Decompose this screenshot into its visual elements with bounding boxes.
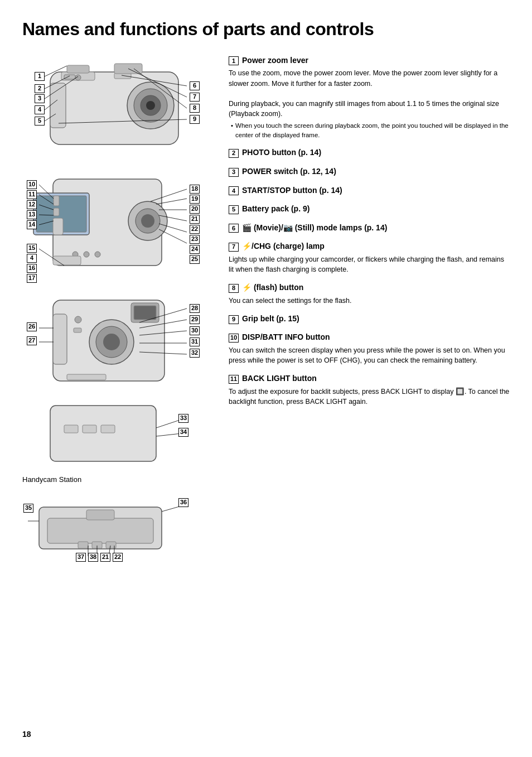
svg-rect-66	[101, 425, 115, 433]
label-28: 28	[190, 304, 200, 313]
svg-line-68	[156, 433, 181, 436]
label-32: 32	[190, 349, 200, 358]
section-title-4: START/STOP button (p. 14)	[242, 185, 342, 196]
section-title-7: ⚡/CHG (charge) lamp	[242, 241, 325, 252]
label-23: 23	[190, 235, 200, 244]
svg-line-45	[159, 229, 187, 243]
section-num-9: 9	[229, 315, 239, 324]
label-15: 15	[27, 244, 37, 253]
label-22: 22	[190, 225, 200, 234]
section-title-9: Grip belt (p. 15)	[242, 314, 299, 325]
label-16: 16	[27, 264, 37, 273]
section-6: 6 🎬 (Movie)/📷 (Still) mode lamps (p. 14)	[229, 223, 510, 234]
svg-rect-54	[74, 328, 81, 332]
label-24: 24	[190, 245, 200, 254]
label-4b: 4	[27, 254, 37, 263]
label-9: 9	[190, 115, 200, 124]
descriptions-column: 1 Power zoom lever To use the zoom, move…	[229, 55, 510, 565]
svg-rect-6	[67, 65, 89, 73]
section-8: 8 ⚡ (flash) button You can select the se…	[229, 282, 510, 306]
svg-point-53	[75, 316, 81, 323]
label-21: 21	[190, 215, 200, 224]
diagram-3: 26 27 28 29 30 31 32	[22, 292, 201, 392]
svg-rect-65	[83, 425, 96, 433]
diagrams-column: 1 2 3 4 5 6 7 8 9	[22, 55, 212, 565]
label-26: 26	[27, 322, 37, 331]
station-diagram: 35 36 37 38 21 22	[22, 490, 190, 563]
section-11: 11 BACK LIGHT button To adjust the expos…	[229, 373, 510, 407]
svg-point-52	[103, 334, 120, 350]
label-27: 27	[27, 336, 37, 345]
label-29: 29	[190, 315, 200, 324]
label-22b: 22	[113, 553, 123, 562]
section-2: 2 PHOTO button (p. 14)	[229, 147, 510, 158]
section-num-5: 5	[229, 205, 239, 214]
page-number: 18	[22, 729, 31, 740]
section-title-1: Power zoom lever	[242, 55, 308, 66]
section-title-11: BACK LIGHT button	[242, 373, 317, 384]
svg-rect-63	[50, 406, 156, 461]
svg-rect-28	[53, 256, 81, 265]
label-30: 30	[190, 326, 200, 335]
section-5: 5 Battery pack (p. 9)	[229, 204, 510, 215]
svg-rect-29	[54, 196, 59, 206]
label-37: 37	[76, 553, 86, 562]
label-8: 8	[190, 104, 200, 113]
label-6: 6	[190, 81, 200, 90]
label-18: 18	[190, 185, 200, 194]
svg-point-4	[146, 101, 155, 110]
label-33: 33	[178, 414, 188, 423]
label-21b: 21	[100, 553, 110, 562]
section-num-6: 6	[229, 224, 239, 233]
svg-rect-71	[78, 542, 88, 548]
section-title-8: ⚡ (flash) button	[242, 282, 303, 293]
svg-rect-24	[53, 218, 63, 235]
section-1: 1 Power zoom lever To use the zoom, move…	[229, 55, 510, 140]
svg-rect-30	[54, 208, 59, 216]
section-body-1: To use the zoom, move the power zoom lev…	[229, 68, 510, 139]
section-num-7: 7	[229, 243, 239, 252]
section-title-5: Battery pack (p. 9)	[242, 204, 309, 215]
section-title-3: POWER switch (p. 12, 14)	[242, 166, 336, 177]
section-title-10: DISP/BATT INFO button	[242, 332, 330, 343]
section-num-10: 10	[229, 334, 239, 343]
svg-rect-74	[86, 510, 114, 520]
label-4: 4	[35, 105, 45, 114]
diagram-4: 33 34	[22, 394, 190, 472]
label-2: 2	[35, 84, 45, 93]
section-9: 9 Grip belt (p. 15)	[229, 314, 510, 325]
svg-rect-47	[53, 314, 67, 364]
label-35: 35	[23, 504, 33, 513]
section-num-8: 8	[229, 284, 239, 293]
section-body-8: You can select the settings for the flas…	[229, 296, 510, 306]
label-11: 11	[27, 190, 37, 199]
svg-point-26	[84, 252, 89, 257]
diagram-2: 10 11 12 13 14 15 4 16 17 18 19 20 21 22…	[22, 168, 201, 285]
svg-rect-7	[64, 75, 75, 79]
label-31: 31	[190, 337, 200, 346]
svg-line-67	[156, 420, 181, 428]
section-4: 4 START/STOP button (p. 14)	[229, 185, 510, 196]
label-17: 17	[27, 274, 37, 283]
svg-rect-49	[134, 306, 156, 320]
section-num-3: 3	[229, 168, 239, 177]
label-25: 25	[190, 255, 200, 264]
section-body-7: Lights up while charging your camcorder,…	[229, 254, 510, 274]
section-7: 7 ⚡/CHG (charge) lamp Lights up while ch…	[229, 241, 510, 274]
label-7: 7	[190, 93, 200, 102]
page-title: Names and functions of parts and control…	[22, 17, 510, 42]
label-36: 36	[178, 498, 188, 507]
label-19: 19	[190, 195, 200, 204]
section-body-11: To adjust the exposure for backlit subje…	[229, 387, 510, 407]
svg-rect-55	[67, 374, 106, 380]
label-3: 3	[35, 94, 45, 103]
svg-rect-70	[47, 518, 153, 543]
section-body-10: You can switch the screen display when y…	[229, 345, 510, 365]
svg-point-27	[95, 252, 100, 257]
section-title-6: 🎬 (Movie)/📷 (Still) mode lamps (p. 14)	[242, 223, 387, 234]
diagram-1: 1 2 3 4 5 6 7 8 9	[22, 55, 201, 161]
section-num-4: 4	[229, 186, 239, 195]
label-1: 1	[35, 72, 45, 81]
section-title-2: PHOTO button (p. 14)	[242, 147, 321, 158]
diagram-caption: Handycam Station	[22, 475, 212, 485]
